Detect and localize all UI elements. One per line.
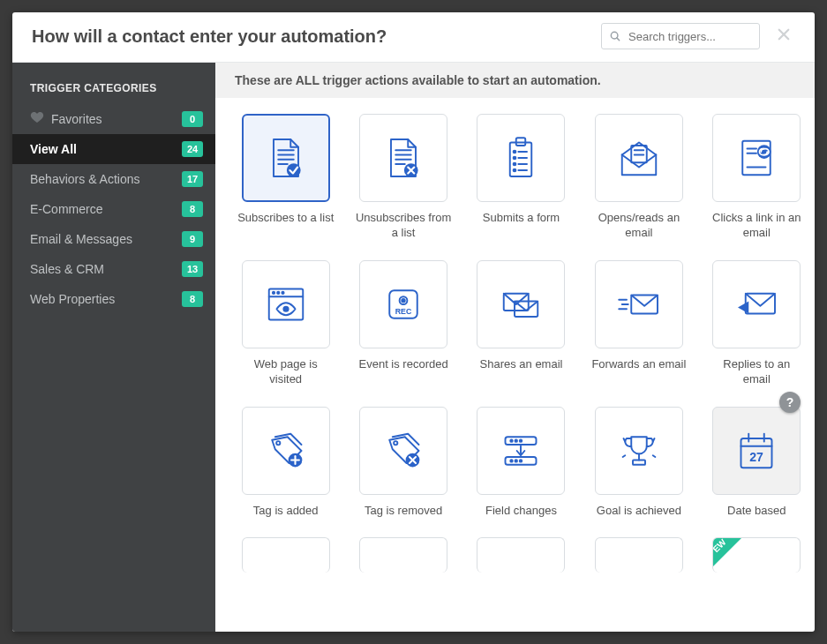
fields-icon (496, 426, 545, 476)
modal-header: How will a contact enter your automation… (12, 12, 815, 63)
trigger-submits-form[interactable]: Submits a form (470, 114, 572, 241)
svg-point-67 (520, 460, 522, 461)
tag-x-icon (379, 426, 428, 476)
trigger-web-page-visited[interactable]: Web page is visited (235, 260, 336, 387)
svg-point-42 (402, 299, 405, 303)
document-link-icon (732, 133, 781, 183)
trigger-grid: Subscribes to a list Unsubscribes from a… (235, 114, 808, 581)
tag-plus-icon (261, 426, 311, 476)
svg-point-36 (273, 292, 274, 294)
trigger-goal-achieved[interactable]: Goal is achieved (588, 407, 689, 519)
svg-line-71 (623, 438, 625, 442)
document-x-icon (379, 133, 428, 183)
svg-point-39 (283, 306, 288, 311)
trigger-label: Submits a form (483, 211, 560, 226)
trigger-unsubscribes-list[interactable]: Unsubscribes from a list (352, 114, 454, 241)
svg-point-37 (277, 292, 279, 294)
mail-reply-icon (732, 280, 781, 329)
svg-line-74 (653, 455, 656, 457)
sidebar-item-label: Sales & CRM (30, 262, 182, 276)
svg-point-66 (515, 460, 517, 461)
trigger-field-changes[interactable]: Field changes (470, 407, 572, 519)
svg-point-8 (287, 163, 301, 177)
trigger-partial-3[interactable] (470, 537, 572, 581)
sidebar-item-email[interactable]: Email & Messages 9 (12, 224, 215, 254)
sidebar-badge: 24 (182, 141, 203, 157)
sidebar-item-behaviors[interactable]: Behaviors & Actions 17 (12, 164, 215, 194)
trigger-clicks-link[interactable]: Clicks a link in an email (706, 114, 808, 241)
search-triggers[interactable] (601, 23, 760, 49)
trigger-partial-2[interactable] (352, 537, 454, 581)
trigger-partial-1[interactable] (235, 537, 336, 581)
browser-eye-icon (261, 280, 311, 329)
sidebar-badge: 8 (182, 201, 203, 217)
document-check-icon (261, 133, 311, 183)
trigger-label: Field changes (485, 504, 557, 519)
sidebar-item-label: Web Properties (30, 292, 182, 306)
help-button[interactable]: ? (779, 392, 801, 413)
main-panel: These are ALL trigger actions available … (215, 63, 815, 632)
trigger-date-based[interactable]: 27 Date based (706, 407, 808, 519)
trigger-label: Tag is removed (365, 504, 442, 519)
svg-point-20 (514, 157, 516, 160)
calendar-icon: 27 (732, 426, 781, 476)
trigger-partial-4[interactable] (588, 537, 689, 581)
sidebar-item-label: View All (30, 142, 182, 156)
trigger-tag-added[interactable]: Tag is added (235, 407, 336, 519)
trigger-label: Web page is visited (237, 357, 335, 387)
svg-text:27: 27 (750, 450, 764, 464)
sidebar-item-label: Favorites (51, 112, 182, 126)
svg-line-72 (653, 438, 655, 442)
trigger-forwards-email[interactable]: Forwards an email (588, 260, 689, 387)
trigger-subscribes-list[interactable]: Subscribes to a list (235, 114, 336, 241)
svg-point-24 (514, 169, 516, 172)
sidebar-item-label: Behaviors & Actions (30, 172, 182, 186)
sidebar-item-favorites[interactable]: Favorites 0 (12, 103, 215, 134)
trigger-label: Goal is achieved (597, 504, 681, 519)
description-strip: These are ALL trigger actions available … (215, 63, 815, 98)
trigger-label: Clicks a link in an email (708, 211, 805, 241)
close-button[interactable] (772, 23, 795, 49)
sidebar-item-view-all[interactable]: View All 24 (12, 134, 215, 164)
trigger-opens-email[interactable]: Opens/reads an email (588, 114, 689, 241)
trigger-label: Date based (727, 504, 786, 519)
trigger-label: Opens/reads an email (590, 211, 688, 241)
svg-point-61 (511, 439, 513, 441)
trigger-label: Forwards an email (591, 357, 686, 372)
trigger-label: Replies to an email (708, 357, 805, 387)
sidebar-heading: TRIGGER CATEGORIES (12, 75, 215, 103)
trigger-label: Subscribes to a list (237, 211, 334, 226)
rec-icon: REC (379, 280, 428, 329)
sidebar: TRIGGER CATEGORIES Favorites 0 View All … (12, 63, 215, 632)
heart-icon (30, 110, 44, 127)
envelope-open-icon (614, 133, 664, 183)
trigger-replies-email[interactable]: Replies to an email (706, 260, 808, 387)
svg-point-38 (282, 292, 283, 294)
sidebar-item-label: Email & Messages (30, 232, 182, 246)
trigger-label: Unsubscribes from a list (355, 211, 452, 241)
trigger-shares-email[interactable]: Shares an email (470, 260, 572, 387)
sidebar-item-web[interactable]: Web Properties 8 (12, 284, 215, 314)
mail-forward-icon (614, 280, 664, 329)
trigger-label: Shares an email (480, 357, 563, 372)
sidebar-item-ecommerce[interactable]: E-Commerce 8 (12, 194, 215, 224)
trigger-label: Event is recorded (359, 357, 448, 372)
svg-point-52 (276, 441, 280, 445)
trigger-label: Tag is added (253, 504, 319, 519)
new-ribbon: EW (712, 537, 743, 568)
svg-point-65 (511, 460, 513, 461)
svg-rect-70 (633, 460, 645, 464)
modal-title: How will a contact enter your automation… (32, 26, 601, 47)
sidebar-badge: 17 (182, 171, 203, 187)
sidebar-badge: 8 (182, 291, 203, 307)
svg-text:REC: REC (395, 306, 412, 315)
trophy-icon (614, 426, 664, 476)
trigger-event-recorded[interactable]: REC Event is recorded (352, 260, 454, 387)
svg-marker-51 (738, 301, 748, 313)
trigger-tag-removed[interactable]: Tag is removed (352, 407, 454, 519)
search-input[interactable] (627, 29, 752, 44)
trigger-scroll[interactable]: Subscribes to a list Unsubscribes from a… (215, 98, 815, 632)
trigger-partial-5[interactable]: EW (706, 537, 808, 581)
sidebar-item-sales[interactable]: Sales & CRM 13 (12, 254, 215, 284)
svg-point-56 (394, 441, 397, 445)
